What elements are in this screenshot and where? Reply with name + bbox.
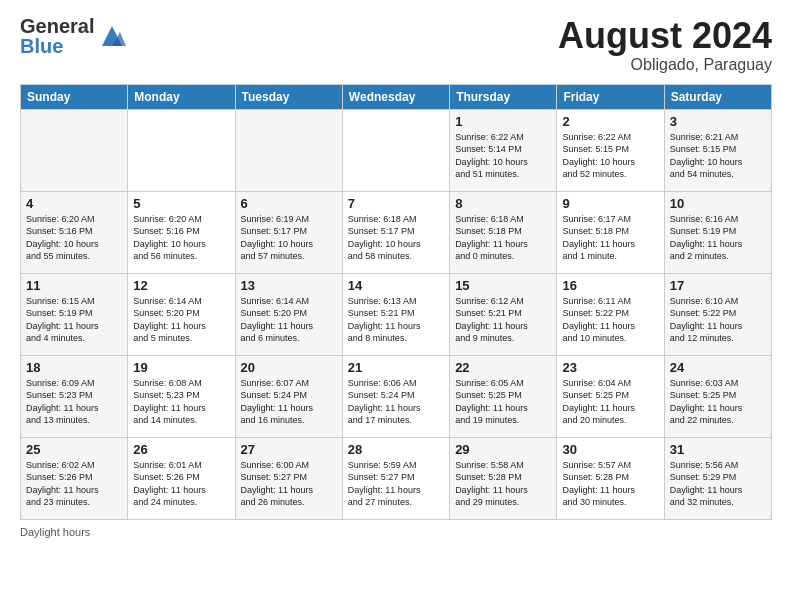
day-number: 17 — [670, 278, 766, 293]
day-info: Sunrise: 6:14 AM Sunset: 5:20 PM Dayligh… — [241, 295, 337, 345]
day-number: 3 — [670, 114, 766, 129]
day-info: Sunrise: 6:20 AM Sunset: 5:16 PM Dayligh… — [133, 213, 229, 263]
week-row-3: 11Sunrise: 6:15 AM Sunset: 5:19 PM Dayli… — [21, 273, 772, 355]
calendar-header-row: Sunday Monday Tuesday Wednesday Thursday… — [21, 84, 772, 109]
day-number: 12 — [133, 278, 229, 293]
day-cell-3-2: 20Sunrise: 6:07 AM Sunset: 5:24 PM Dayli… — [235, 355, 342, 437]
day-number: 14 — [348, 278, 444, 293]
day-cell-1-0: 4Sunrise: 6:20 AM Sunset: 5:16 PM Daylig… — [21, 191, 128, 273]
day-number: 30 — [562, 442, 658, 457]
day-cell-0-3 — [342, 109, 449, 191]
day-cell-0-4: 1Sunrise: 6:22 AM Sunset: 5:14 PM Daylig… — [450, 109, 557, 191]
day-info: Sunrise: 6:01 AM Sunset: 5:26 PM Dayligh… — [133, 459, 229, 509]
day-number: 18 — [26, 360, 122, 375]
day-number: 16 — [562, 278, 658, 293]
day-cell-4-5: 30Sunrise: 5:57 AM Sunset: 5:28 PM Dayli… — [557, 437, 664, 519]
day-number: 10 — [670, 196, 766, 211]
day-info: Sunrise: 6:11 AM Sunset: 5:22 PM Dayligh… — [562, 295, 658, 345]
logo-blue: Blue — [20, 36, 94, 56]
day-info: Sunrise: 6:02 AM Sunset: 5:26 PM Dayligh… — [26, 459, 122, 509]
day-info: Sunrise: 5:56 AM Sunset: 5:29 PM Dayligh… — [670, 459, 766, 509]
day-number: 11 — [26, 278, 122, 293]
day-info: Sunrise: 6:14 AM Sunset: 5:20 PM Dayligh… — [133, 295, 229, 345]
logo-text: General Blue — [20, 16, 94, 56]
day-info: Sunrise: 6:10 AM Sunset: 5:22 PM Dayligh… — [670, 295, 766, 345]
day-number: 21 — [348, 360, 444, 375]
day-cell-2-2: 13Sunrise: 6:14 AM Sunset: 5:20 PM Dayli… — [235, 273, 342, 355]
day-number: 25 — [26, 442, 122, 457]
day-cell-4-2: 27Sunrise: 6:00 AM Sunset: 5:27 PM Dayli… — [235, 437, 342, 519]
day-info: Sunrise: 6:05 AM Sunset: 5:25 PM Dayligh… — [455, 377, 551, 427]
footer: Daylight hours — [20, 526, 772, 538]
col-friday: Friday — [557, 84, 664, 109]
location: Obligado, Paraguay — [558, 56, 772, 74]
day-number: 1 — [455, 114, 551, 129]
day-number: 24 — [670, 360, 766, 375]
day-cell-2-6: 17Sunrise: 6:10 AM Sunset: 5:22 PM Dayli… — [664, 273, 771, 355]
day-info: Sunrise: 5:57 AM Sunset: 5:28 PM Dayligh… — [562, 459, 658, 509]
day-info: Sunrise: 6:18 AM Sunset: 5:17 PM Dayligh… — [348, 213, 444, 263]
day-info: Sunrise: 6:04 AM Sunset: 5:25 PM Dayligh… — [562, 377, 658, 427]
day-cell-0-1 — [128, 109, 235, 191]
day-cell-4-4: 29Sunrise: 5:58 AM Sunset: 5:28 PM Dayli… — [450, 437, 557, 519]
day-info: Sunrise: 6:08 AM Sunset: 5:23 PM Dayligh… — [133, 377, 229, 427]
day-info: Sunrise: 6:21 AM Sunset: 5:15 PM Dayligh… — [670, 131, 766, 181]
day-cell-1-2: 6Sunrise: 6:19 AM Sunset: 5:17 PM Daylig… — [235, 191, 342, 273]
day-number: 29 — [455, 442, 551, 457]
day-cell-3-4: 22Sunrise: 6:05 AM Sunset: 5:25 PM Dayli… — [450, 355, 557, 437]
day-cell-4-6: 31Sunrise: 5:56 AM Sunset: 5:29 PM Dayli… — [664, 437, 771, 519]
day-info: Sunrise: 6:17 AM Sunset: 5:18 PM Dayligh… — [562, 213, 658, 263]
footer-text: Daylight hours — [20, 526, 90, 538]
day-info: Sunrise: 6:18 AM Sunset: 5:18 PM Dayligh… — [455, 213, 551, 263]
day-number: 31 — [670, 442, 766, 457]
day-cell-0-0 — [21, 109, 128, 191]
col-tuesday: Tuesday — [235, 84, 342, 109]
day-cell-3-1: 19Sunrise: 6:08 AM Sunset: 5:23 PM Dayli… — [128, 355, 235, 437]
day-cell-2-1: 12Sunrise: 6:14 AM Sunset: 5:20 PM Dayli… — [128, 273, 235, 355]
day-cell-1-5: 9Sunrise: 6:17 AM Sunset: 5:18 PM Daylig… — [557, 191, 664, 273]
day-cell-2-0: 11Sunrise: 6:15 AM Sunset: 5:19 PM Dayli… — [21, 273, 128, 355]
title-section: August 2024 Obligado, Paraguay — [558, 16, 772, 74]
week-row-2: 4Sunrise: 6:20 AM Sunset: 5:16 PM Daylig… — [21, 191, 772, 273]
logo: General Blue — [20, 16, 126, 56]
day-number: 23 — [562, 360, 658, 375]
day-info: Sunrise: 6:09 AM Sunset: 5:23 PM Dayligh… — [26, 377, 122, 427]
day-number: 9 — [562, 196, 658, 211]
day-number: 7 — [348, 196, 444, 211]
day-number: 28 — [348, 442, 444, 457]
day-cell-2-5: 16Sunrise: 6:11 AM Sunset: 5:22 PM Dayli… — [557, 273, 664, 355]
day-cell-1-4: 8Sunrise: 6:18 AM Sunset: 5:18 PM Daylig… — [450, 191, 557, 273]
day-info: Sunrise: 6:03 AM Sunset: 5:25 PM Dayligh… — [670, 377, 766, 427]
logo-general: General — [20, 16, 94, 36]
day-cell-3-6: 24Sunrise: 6:03 AM Sunset: 5:25 PM Dayli… — [664, 355, 771, 437]
day-info: Sunrise: 6:15 AM Sunset: 5:19 PM Dayligh… — [26, 295, 122, 345]
col-monday: Monday — [128, 84, 235, 109]
day-cell-1-3: 7Sunrise: 6:18 AM Sunset: 5:17 PM Daylig… — [342, 191, 449, 273]
calendar-body: 1Sunrise: 6:22 AM Sunset: 5:14 PM Daylig… — [21, 109, 772, 519]
day-number: 2 — [562, 114, 658, 129]
day-info: Sunrise: 6:13 AM Sunset: 5:21 PM Dayligh… — [348, 295, 444, 345]
day-number: 22 — [455, 360, 551, 375]
day-number: 27 — [241, 442, 337, 457]
week-row-4: 18Sunrise: 6:09 AM Sunset: 5:23 PM Dayli… — [21, 355, 772, 437]
day-number: 20 — [241, 360, 337, 375]
week-row-1: 1Sunrise: 6:22 AM Sunset: 5:14 PM Daylig… — [21, 109, 772, 191]
page: General Blue August 2024 Obligado, Parag… — [0, 0, 792, 612]
day-cell-2-4: 15Sunrise: 6:12 AM Sunset: 5:21 PM Dayli… — [450, 273, 557, 355]
logo-icon — [98, 22, 126, 50]
day-number: 26 — [133, 442, 229, 457]
col-thursday: Thursday — [450, 84, 557, 109]
month-title: August 2024 — [558, 16, 772, 56]
day-cell-1-1: 5Sunrise: 6:20 AM Sunset: 5:16 PM Daylig… — [128, 191, 235, 273]
day-info: Sunrise: 6:19 AM Sunset: 5:17 PM Dayligh… — [241, 213, 337, 263]
day-info: Sunrise: 5:59 AM Sunset: 5:27 PM Dayligh… — [348, 459, 444, 509]
col-sunday: Sunday — [21, 84, 128, 109]
day-number: 19 — [133, 360, 229, 375]
day-cell-4-0: 25Sunrise: 6:02 AM Sunset: 5:26 PM Dayli… — [21, 437, 128, 519]
week-row-5: 25Sunrise: 6:02 AM Sunset: 5:26 PM Dayli… — [21, 437, 772, 519]
day-cell-0-2 — [235, 109, 342, 191]
day-cell-1-6: 10Sunrise: 6:16 AM Sunset: 5:19 PM Dayli… — [664, 191, 771, 273]
day-cell-3-0: 18Sunrise: 6:09 AM Sunset: 5:23 PM Dayli… — [21, 355, 128, 437]
day-info: Sunrise: 6:06 AM Sunset: 5:24 PM Dayligh… — [348, 377, 444, 427]
day-info: Sunrise: 6:16 AM Sunset: 5:19 PM Dayligh… — [670, 213, 766, 263]
